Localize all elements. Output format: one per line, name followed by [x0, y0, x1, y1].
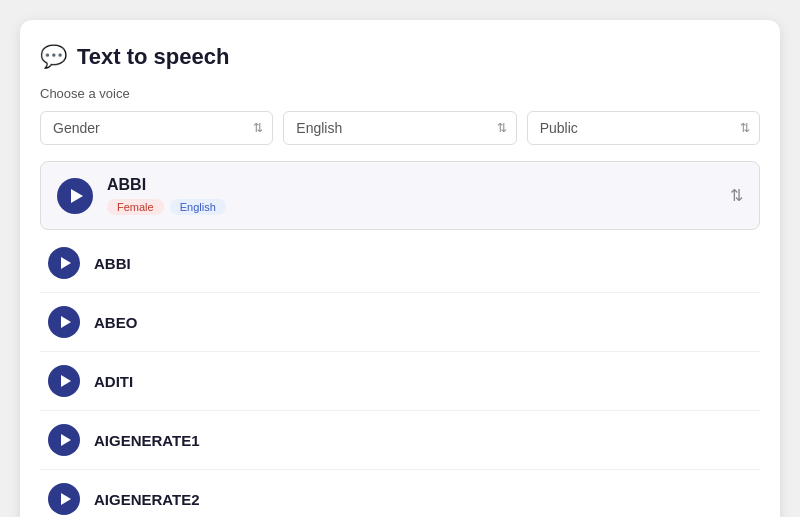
- filters-row: Gender Male Female ⇅ English Spanish Fre…: [40, 111, 760, 145]
- tag-female: Female: [107, 199, 164, 215]
- choose-voice-label: Choose a voice: [40, 86, 760, 101]
- selected-voice-play-button[interactable]: [57, 178, 93, 214]
- selected-voice-info: ABBI Female English: [107, 176, 226, 215]
- text-to-speech-panel: 💬 Text to speech Choose a voice Gender M…: [20, 20, 780, 517]
- gender-filter-wrapper: Gender Male Female ⇅: [40, 111, 273, 145]
- voice-list: ABBI ABEO ADITI AIGENERATE1 AIGENERATE2: [40, 234, 760, 517]
- language-filter-wrapper: English Spanish French German ⇅: [283, 111, 516, 145]
- voice-name: ABBI: [94, 255, 131, 272]
- voice-play-button[interactable]: [48, 247, 80, 279]
- play-icon: [61, 434, 71, 446]
- voice-play-button[interactable]: [48, 306, 80, 338]
- voice-play-button[interactable]: [48, 424, 80, 456]
- chat-icon: 💬: [40, 44, 67, 70]
- voice-play-button[interactable]: [48, 483, 80, 515]
- play-icon: [61, 257, 71, 269]
- gender-select[interactable]: Gender Male Female: [40, 111, 273, 145]
- panel-title: 💬 Text to speech: [40, 44, 760, 70]
- selected-voice-tags: Female English: [107, 199, 226, 215]
- voice-name: ABEO: [94, 314, 137, 331]
- play-icon: [61, 493, 71, 505]
- language-select[interactable]: English Spanish French German: [283, 111, 516, 145]
- selected-voice-left: ABBI Female English: [57, 176, 226, 215]
- list-item[interactable]: ABBI: [40, 234, 760, 293]
- selected-voice-expand-icon[interactable]: ⇅: [730, 186, 743, 205]
- tag-english: English: [170, 199, 226, 215]
- selected-voice-name: ABBI: [107, 176, 226, 194]
- play-icon: [71, 189, 83, 203]
- list-item[interactable]: ABEO: [40, 293, 760, 352]
- list-item[interactable]: ADITI: [40, 352, 760, 411]
- voice-name: AIGENERATE2: [94, 491, 200, 508]
- list-item[interactable]: AIGENERATE2: [40, 470, 760, 517]
- play-icon: [61, 375, 71, 387]
- play-icon: [61, 316, 71, 328]
- selected-voice-card[interactable]: ABBI Female English ⇅: [40, 161, 760, 230]
- visibility-filter-wrapper: Public Private ⇅: [527, 111, 760, 145]
- visibility-select[interactable]: Public Private: [527, 111, 760, 145]
- voice-play-button[interactable]: [48, 365, 80, 397]
- panel-title-text: Text to speech: [77, 44, 229, 70]
- voice-name: AIGENERATE1: [94, 432, 200, 449]
- list-item[interactable]: AIGENERATE1: [40, 411, 760, 470]
- voice-name: ADITI: [94, 373, 133, 390]
